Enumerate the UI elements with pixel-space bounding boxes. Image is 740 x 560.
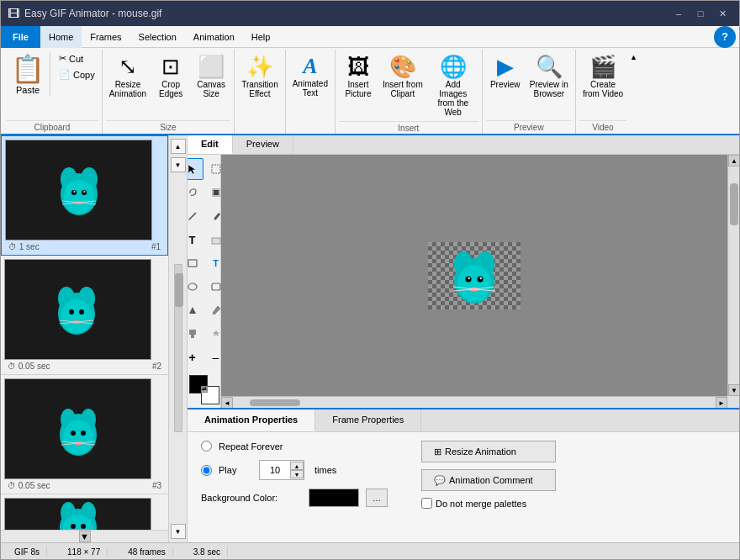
- preview-button[interactable]: ▶ Preview: [486, 51, 525, 92]
- selection-menu[interactable]: Selection: [130, 26, 185, 48]
- vscroll-track[interactable]: [728, 166, 739, 384]
- hscroll-thumb[interactable]: [250, 399, 300, 406]
- play-count-up[interactable]: ▲: [290, 462, 304, 470]
- comment-icon: 💬: [434, 475, 446, 486]
- resize-animation-button[interactable]: ⤡ ResizeAnimation: [106, 51, 150, 101]
- transition-icon: ✨: [246, 54, 273, 80]
- nav-down-button[interactable]: ▼: [171, 157, 186, 172]
- resize-action-icon: ⊞: [434, 446, 441, 457]
- svg-point-6: [73, 191, 75, 193]
- animation-properties-tab[interactable]: Animation Properties: [188, 409, 315, 431]
- repeat-row: Repeat Forever: [201, 441, 388, 452]
- help-menu[interactable]: Help: [243, 26, 279, 48]
- frame-item-3[interactable]: ⏱ 0.05 sec #3: [1, 375, 168, 494]
- svg-point-40: [81, 524, 86, 529]
- no-merge-checkbox[interactable]: [421, 498, 432, 509]
- resize-animation-action-button[interactable]: ⊞ Resize Animation: [421, 441, 556, 462]
- insert-clipart-button[interactable]: 🎨 Insert fromClipart: [379, 51, 426, 101]
- play-spinner: 10 ▲ ▼: [259, 460, 304, 480]
- canvas-size-button[interactable]: ⬜ CanvasSize: [192, 51, 230, 101]
- frame-canvas-4: [4, 498, 151, 531]
- svg-point-28: [71, 431, 76, 436]
- frames-scrollbar[interactable]: [174, 264, 182, 432]
- frames-menu[interactable]: Frames: [82, 26, 130, 48]
- create-video-button[interactable]: 🎬 Createfrom Video: [579, 51, 626, 101]
- help-icon[interactable]: ?: [714, 26, 736, 48]
- zoom-in-tool[interactable]: +: [188, 346, 204, 368]
- copy-button[interactable]: 📄 Copy: [56, 67, 98, 82]
- eraser-icon: [210, 234, 222, 246]
- close-button[interactable]: ✕: [712, 5, 732, 22]
- frame-properties-tab[interactable]: Frame Properties: [315, 409, 421, 431]
- animated-text-button[interactable]: A AnimatedText: [289, 51, 331, 100]
- copy-icon: 📄: [59, 69, 71, 80]
- frame-item-4[interactable]: [1, 494, 168, 531]
- prop-tabs: Animation Properties Frame Properties: [188, 409, 739, 432]
- swap-colors-button[interactable]: ⇄: [201, 386, 208, 393]
- animation-comment-button[interactable]: 💬 Animation Comment: [421, 469, 556, 491]
- lasso-tool[interactable]: [188, 182, 204, 203]
- vertical-scrollbar[interactable]: ▲ ▼: [727, 155, 739, 396]
- cut-button[interactable]: ✂ Cut: [56, 51, 98, 66]
- canvas-viewport: [221, 155, 727, 396]
- fill-tool[interactable]: [188, 299, 204, 321]
- bg-color-row: Background Color: …: [201, 489, 388, 507]
- hscroll-right-button[interactable]: ►: [716, 397, 727, 408]
- vscroll-down-button[interactable]: ▼: [728, 384, 739, 396]
- text-tool[interactable]: T: [188, 229, 204, 251]
- transition-effect-button[interactable]: ✨ TransitionEffect: [238, 51, 282, 101]
- nav-scroll-down[interactable]: ▼: [171, 524, 186, 539]
- add-images-web-button[interactable]: 🌐 Add Imagesfrom the Web: [428, 51, 478, 119]
- mouse-frame-2: [36, 278, 120, 341]
- bg-color-preview[interactable]: [309, 489, 359, 507]
- scroll-corner: [727, 396, 739, 408]
- title-bar: 🎞 Easy GIF Animator - mouse.gif – □ ✕: [1, 1, 739, 26]
- svg-point-61: [480, 277, 482, 278]
- hscroll-track[interactable]: [233, 397, 716, 408]
- paste-button[interactable]: 📋 Paste: [6, 51, 50, 97]
- paste-icon: 📋: [11, 53, 45, 85]
- file-menu[interactable]: File: [1, 26, 40, 48]
- pencil-tool[interactable]: [188, 205, 204, 227]
- minimize-button[interactable]: –: [669, 5, 689, 22]
- vscroll-thumb[interactable]: [730, 183, 738, 225]
- preview-browser-button[interactable]: 🔍 Preview inBrowser: [526, 51, 572, 101]
- nav-panel: ▲ ▼ ▼: [169, 135, 188, 542]
- frames-scroll-down[interactable]: ▼: [79, 531, 91, 542]
- resize-icon: ⤡: [119, 54, 137, 80]
- play-times-radio[interactable]: [201, 465, 212, 476]
- horizontal-scrollbar[interactable]: ◄ ►: [221, 396, 727, 408]
- prop-right: ⊞ Resize Animation 💬 Animation Comment D…: [421, 441, 556, 509]
- browser-label: Preview inBrowser: [530, 80, 568, 98]
- frame-item-1[interactable]: ⏱ 1 sec #1: [1, 135, 168, 256]
- stamp-tool[interactable]: [188, 323, 204, 345]
- bg-color-picker-button[interactable]: …: [366, 489, 388, 507]
- ribbon-collapse-button[interactable]: ▲: [630, 50, 642, 134]
- crop-edges-button[interactable]: ⊡ CropEdges: [151, 51, 190, 101]
- insert-picture-button[interactable]: 🖼 InsertPicture: [339, 51, 378, 101]
- edit-tab[interactable]: Edit: [188, 135, 233, 154]
- insert-label: Insert: [339, 121, 478, 135]
- hscroll-left-button[interactable]: ◄: [221, 397, 233, 408]
- mouse-frame-4: [36, 498, 120, 531]
- select-tool[interactable]: [188, 158, 204, 180]
- nav-up-button[interactable]: ▲: [171, 139, 186, 154]
- repeat-forever-radio[interactable]: [201, 441, 212, 452]
- animation-menu[interactable]: Animation: [185, 26, 243, 48]
- play-count-down[interactable]: ▼: [290, 470, 304, 478]
- preview-tab[interactable]: Preview: [233, 135, 293, 154]
- maximize-button[interactable]: □: [690, 5, 711, 22]
- color-picker[interactable]: ⇄: [189, 375, 219, 404]
- browser-icon: 🔍: [536, 54, 563, 80]
- brush-icon: [210, 210, 222, 222]
- play-count-input[interactable]: 10: [260, 461, 290, 479]
- svg-point-17: [69, 309, 74, 314]
- svg-point-29: [81, 431, 86, 436]
- vscroll-up-button[interactable]: ▲: [728, 155, 739, 166]
- frame-item-2[interactable]: ⏱ 0.05 sec #2: [1, 256, 168, 375]
- home-menu[interactable]: Home: [40, 26, 82, 48]
- status-frames: 48 frames: [121, 547, 172, 557]
- rect-tool[interactable]: [188, 252, 204, 274]
- svg-point-59: [478, 276, 484, 282]
- ellipse-tool[interactable]: [188, 276, 204, 298]
